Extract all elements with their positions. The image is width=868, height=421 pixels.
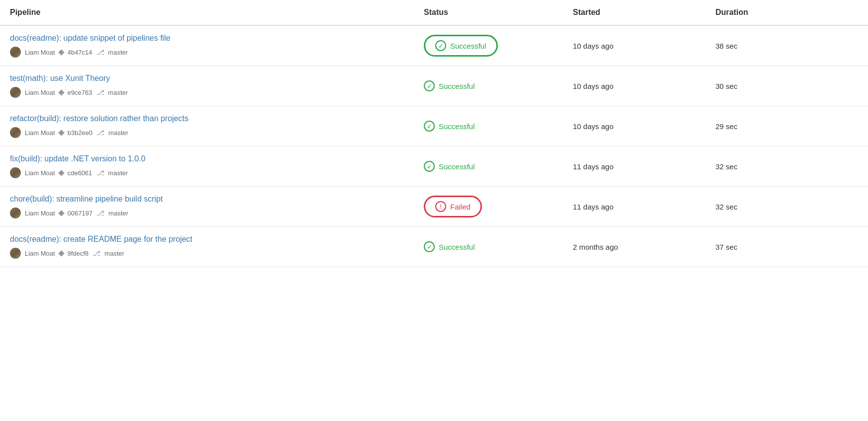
- avatar: [10, 47, 21, 58]
- pipeline-meta: Liam Moat9fdecf8⎇master: [10, 248, 424, 259]
- started-time: 11 days ago: [573, 203, 715, 211]
- started-time: 2 months ago: [573, 243, 715, 251]
- pipelines-table: Pipeline Status Started Duration docs(re…: [0, 0, 868, 421]
- pipeline-col: chore(build): streamline pipeline build …: [10, 195, 424, 218]
- status-col: !Failed: [424, 196, 573, 217]
- success-icon: ✓: [435, 40, 446, 51]
- status-col-header: Status: [424, 8, 573, 17]
- status-text: Failed: [450, 203, 471, 211]
- status-text: Successful: [439, 122, 475, 131]
- pipeline-meta: Liam Moate9ce763⎇master: [10, 87, 424, 98]
- status-text: Successful: [450, 42, 486, 50]
- status-col: ✓Successful: [424, 241, 573, 252]
- commit-hash: 0067197: [68, 210, 93, 217]
- success-icon: ✓: [424, 161, 435, 172]
- pipeline-title[interactable]: docs(readme): update snippet of pipeline…: [10, 34, 424, 43]
- avatar: [10, 167, 21, 178]
- pipeline-title[interactable]: test(math): use Xunit Theory: [10, 74, 424, 83]
- pipeline-meta: Liam Moat4b47c14⎇master: [10, 47, 424, 58]
- commit-diamond-icon: [58, 170, 65, 176]
- started-col-header: Started: [573, 8, 715, 17]
- pipeline-col: docs(readme): update snippet of pipeline…: [10, 34, 424, 58]
- author-name: Liam Moat: [25, 210, 55, 217]
- branch-name: master: [104, 250, 124, 257]
- duration-time: 30 sec: [715, 82, 858, 90]
- success-icon: ✓: [424, 241, 435, 252]
- pipeline-meta: Liam Moatcde6061⎇master: [10, 167, 424, 178]
- pipeline-col: docs(readme): create README page for the…: [10, 235, 424, 259]
- branch-name: master: [108, 49, 128, 56]
- started-time: 10 days ago: [573, 42, 715, 50]
- duration-col-header: Duration: [715, 8, 858, 17]
- author-name: Liam Moat: [25, 49, 55, 56]
- commit-diamond-icon: [58, 89, 65, 96]
- pipeline-title[interactable]: refactor(build): restore solution rather…: [10, 114, 424, 123]
- avatar: [10, 127, 21, 138]
- table-row: chore(build): streamline pipeline build …: [0, 187, 868, 227]
- pipeline-col: test(math): use Xunit TheoryLiam Moate9c…: [10, 74, 424, 98]
- success-icon: ✓: [424, 80, 435, 91]
- table-row: docs(readme): update snippet of pipeline…: [0, 26, 868, 66]
- commit-hash: 9fdecf8: [68, 250, 89, 257]
- branch-icon: ⎇: [92, 249, 100, 257]
- status-badge: !Failed: [424, 196, 482, 217]
- table-row: refactor(build): restore solution rather…: [0, 106, 868, 146]
- commit-hash: e9ce763: [68, 89, 92, 96]
- failed-icon: !: [435, 201, 446, 212]
- pipeline-col-header: Pipeline: [10, 8, 424, 17]
- pipeline-col: refactor(build): restore solution rather…: [10, 114, 424, 138]
- table-row: test(math): use Xunit TheoryLiam Moate9c…: [0, 66, 868, 106]
- table-row: docs(readme): create README page for the…: [0, 227, 868, 267]
- commit-diamond-icon: [58, 130, 65, 136]
- author-name: Liam Moat: [25, 129, 55, 137]
- status-text: Successful: [439, 243, 475, 251]
- status-badge: ✓Successful: [424, 80, 475, 91]
- status-col: ✓Successful: [424, 121, 573, 132]
- pipeline-title[interactable]: docs(readme): create README page for the…: [10, 235, 424, 244]
- table-header: Pipeline Status Started Duration: [0, 0, 868, 26]
- author-name: Liam Moat: [25, 250, 55, 257]
- branch-icon: ⎇: [96, 209, 104, 217]
- commit-hash: b3b2ee0: [68, 129, 93, 137]
- branch-name: master: [108, 210, 128, 217]
- branch-icon: ⎇: [96, 169, 104, 177]
- started-time: 11 days ago: [573, 162, 715, 171]
- commit-diamond-icon: [58, 250, 65, 257]
- author-name: Liam Moat: [25, 89, 55, 96]
- pipeline-col: fix(build): update .NET version to 1.0.0…: [10, 154, 424, 178]
- status-badge: ✓Successful: [424, 35, 498, 57]
- duration-time: 29 sec: [715, 122, 858, 131]
- duration-time: 32 sec: [715, 162, 858, 171]
- status-badge: ✓Successful: [424, 161, 475, 172]
- branch-name: master: [108, 89, 128, 96]
- status-text: Successful: [439, 162, 475, 171]
- status-badge: ✓Successful: [424, 121, 475, 132]
- rows-container: docs(readme): update snippet of pipeline…: [0, 26, 868, 267]
- branch-name: master: [108, 169, 128, 177]
- duration-time: 38 sec: [715, 42, 858, 50]
- pipeline-title[interactable]: fix(build): update .NET version to 1.0.0: [10, 154, 424, 163]
- commit-diamond-icon: [58, 49, 65, 56]
- started-time: 10 days ago: [573, 122, 715, 131]
- commit-diamond-icon: [58, 210, 65, 216]
- duration-time: 37 sec: [715, 243, 858, 251]
- commit-hash: 4b47c14: [68, 49, 92, 56]
- commit-hash: cde6061: [68, 169, 92, 177]
- branch-icon: ⎇: [96, 129, 104, 137]
- status-col: ✓Successful: [424, 35, 573, 57]
- duration-time: 32 sec: [715, 203, 858, 211]
- branch-icon: ⎇: [96, 88, 104, 96]
- status-col: ✓Successful: [424, 161, 573, 172]
- success-icon: ✓: [424, 121, 435, 132]
- pipeline-title[interactable]: chore(build): streamline pipeline build …: [10, 195, 424, 204]
- started-time: 10 days ago: [573, 82, 715, 90]
- author-name: Liam Moat: [25, 169, 55, 177]
- status-col: ✓Successful: [424, 80, 573, 91]
- avatar: [10, 87, 21, 98]
- pipeline-meta: Liam Moatb3b2ee0⎇master: [10, 127, 424, 138]
- table-row: fix(build): update .NET version to 1.0.0…: [0, 146, 868, 187]
- avatar: [10, 208, 21, 218]
- status-badge: ✓Successful: [424, 241, 475, 252]
- branch-icon: ⎇: [96, 48, 104, 56]
- status-text: Successful: [439, 82, 475, 90]
